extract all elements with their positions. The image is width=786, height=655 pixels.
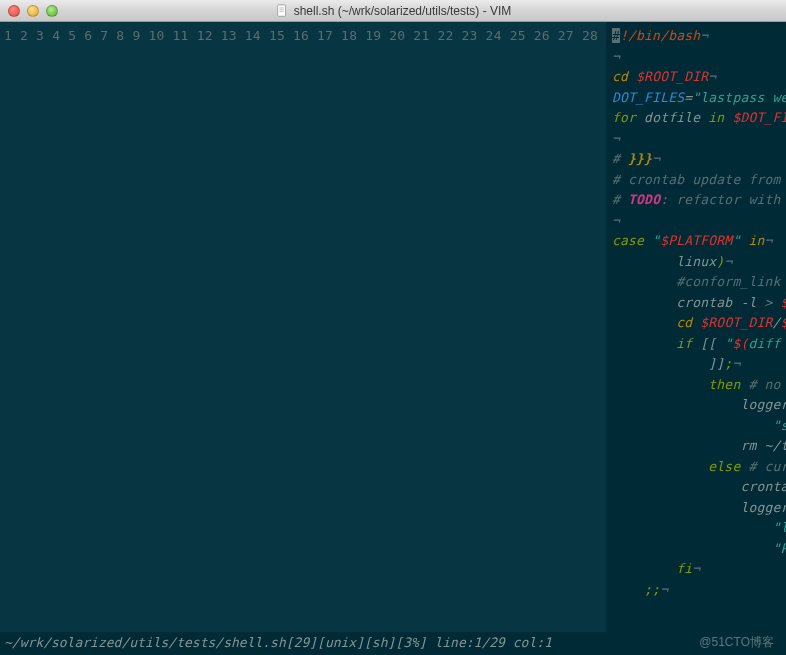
- window-titlebar: shell.sh (~/wrk/solarized/utils/tests) -…: [0, 0, 786, 22]
- svg-rect-3: [279, 11, 283, 12]
- window-title: shell.sh (~/wrk/solarized/utils/tests) -…: [0, 4, 786, 18]
- svg-rect-0: [277, 4, 285, 15]
- watermark: @51CTO博客: [699, 634, 774, 651]
- svg-rect-2: [279, 9, 283, 10]
- window-title-text: shell.sh (~/wrk/solarized/utils/tests) -…: [294, 4, 512, 18]
- cursor: #: [612, 28, 620, 43]
- editor-area[interactable]: 1 2 3 4 5 6 7 8 9 10 11 12 13 14 15 16 1…: [0, 22, 786, 632]
- status-line: ~/wrk/solarized/utils/tests/shell.sh[29]…: [0, 632, 786, 652]
- svg-rect-1: [279, 7, 283, 8]
- line-number-gutter: 1 2 3 4 5 6 7 8 9 10 11 12 13 14 15 16 1…: [0, 22, 606, 632]
- status-text: ~/wrk/solarized/utils/tests/shell.sh[29]…: [4, 635, 552, 650]
- document-icon: [275, 4, 289, 18]
- code-content[interactable]: #!/bin/bash¬ ¬ cd $ROOT_DIR¬ DOT_FILES="…: [606, 22, 786, 632]
